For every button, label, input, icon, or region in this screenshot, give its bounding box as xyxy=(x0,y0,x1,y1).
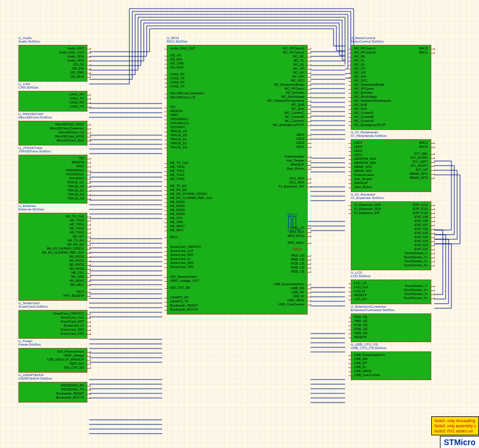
pin: LCD_DI xyxy=(352,289,391,293)
block-header: U_MCU MCU.SchDoc xyxy=(167,36,308,43)
pin: TouchScreen_Y- xyxy=(391,284,430,288)
pin: LED2 xyxy=(352,149,391,153)
pin: MII_TXD2 xyxy=(168,173,237,177)
pin: MC_WH xyxy=(237,75,306,79)
pin: USB_VBUS xyxy=(352,369,391,373)
pin: Bootloader_BOOT0 xyxy=(20,396,86,400)
pin: I2S_CMD xyxy=(20,71,86,75)
pin: SmartCard_OFF xyxy=(168,265,237,269)
pin: CAN1_TX xyxy=(20,97,86,101)
pin: TRACE_CK xyxy=(168,129,237,133)
pin: SmartCard_CLK xyxy=(20,316,86,320)
pin: MII_MDC xyxy=(20,283,86,287)
pin: RESET# xyxy=(352,293,391,297)
right-column: U_MotorControlMotorControl.SchDocMC_PFCs… xyxy=(351,36,431,382)
pin: Audio_DAC_OUT xyxy=(168,47,237,51)
pin: USB_DP xyxy=(352,361,391,365)
pin: MC_PFCsync2 xyxy=(352,51,393,55)
pin: TMS/SWDIO xyxy=(168,117,237,121)
pin: TDO/SWO xyxy=(20,177,86,181)
block-header: U_CANCAN.SchDoc xyxy=(18,82,87,89)
pin: MC_UL xyxy=(352,63,393,67)
pin: MC_UH xyxy=(237,71,306,75)
block-header: U_IO_PeripheralsIO_Peripherals.SchDoc xyxy=(351,131,431,137)
pin: MC_CurrentC xyxy=(352,111,393,115)
pin: Anti_Tamper xyxy=(237,159,306,163)
pin: BNC2 xyxy=(391,145,430,149)
pin: CAN2_TX xyxy=(20,105,86,109)
pin: MicroSDCard_CS xyxy=(168,95,237,99)
block-doc: USART&IrDA.SchDoc xyxy=(18,377,52,380)
block-header: U_IO_ExpandorIO_Expandor.SchDoc xyxy=(351,193,431,200)
pin: PE[0..15] xyxy=(237,270,306,274)
pin: EXP_IO1 xyxy=(391,247,430,251)
pin: MII_RXD3 xyxy=(20,267,86,271)
pin: IDD_CNT_EN xyxy=(20,366,86,370)
pin: SmartCard_3/5V xyxy=(168,261,237,265)
pin: Potentiometer xyxy=(352,173,391,177)
left-column: U_AudioAudio.SchDocAudio_RSTAudio_DAC_OU… xyxy=(18,36,87,405)
block-header: U_AudioAudio.SchDoc xyxy=(18,36,87,43)
pin: USB_DM xyxy=(237,286,306,290)
pin: MicroSDCard_MOSI xyxy=(20,135,86,139)
pin: LCD_CLK xyxy=(352,285,391,289)
schematic-block: USB_PowerSwitchOnUSB_DMUSB_DPUSB_IDUSB_V… xyxy=(351,351,431,380)
pin: MII_MDIO xyxy=(168,224,237,228)
pin: SmartCard_IO xyxy=(20,324,86,328)
schematic-block: RS232/IrDA_RXRS232/IrDA_TXBootloader_RES… xyxy=(18,382,87,403)
pin: WAKEUP xyxy=(237,163,306,167)
pin: LED4 xyxy=(352,141,391,145)
pin: IDD_Measurement xyxy=(20,350,86,354)
block-doc: MotorControl.SchDoc xyxy=(351,40,384,43)
pin: RS232/IrDA_TX xyxy=(20,388,86,392)
note2: Note2: only assembly o xyxy=(434,423,476,428)
pin: MEMS_SDA xyxy=(352,169,391,173)
pin: CAN1_RX xyxy=(168,72,237,76)
pin: MC_VL xyxy=(352,59,393,63)
mid-column: U_MCU MCU.SchDoc Audio_DAC_OUTI2S_CKI2S_… xyxy=(167,36,308,317)
pin: MII_TXD1 xyxy=(20,223,86,227)
block-doc: SmartCard.SchDoc xyxy=(18,305,48,308)
pin: MII_CRS xyxy=(168,220,237,224)
pin: PB[0..15] xyxy=(352,319,391,323)
pin: MII_TXD0 xyxy=(168,165,237,169)
pin: MC_EnB xyxy=(352,103,393,107)
pin: MII_TXD3 xyxy=(20,231,86,235)
pin: IO_Expandor_SDA xyxy=(352,207,391,211)
pin: MC_DissipativeBrake xyxy=(352,83,393,87)
block-header: U_PowerPower.SchDoc xyxy=(18,339,87,346)
pin: USB_VBUS xyxy=(237,298,306,303)
pin: JOY_UP xyxy=(391,168,430,172)
pin: TDI xyxy=(168,105,237,109)
pin: MC_CurrentC xyxy=(237,111,306,115)
pin: TRACE_D0 xyxy=(20,185,86,189)
pin: JOY_LEFT xyxy=(391,160,430,164)
pin: RESET# xyxy=(352,335,391,339)
schematic-block: MicroSDCard_MISOMicroSDCard_DetectionMic… xyxy=(18,121,87,145)
pin: MicroSDCard_SCK xyxy=(20,139,86,143)
block-doc: IO_Expandor.SchDoc xyxy=(351,196,384,200)
schematic-block: IO_Expandor_SCKIO_Expandor_SDAIO_Expando… xyxy=(351,201,431,270)
pin: IDD_CNT_EN xyxy=(168,286,237,290)
pin: EXP_IO11 xyxy=(391,207,430,211)
pin: EXP_IO5 xyxy=(391,231,430,235)
pin: MII_RXD3 xyxy=(168,212,237,216)
pin: MII_TXD1 xyxy=(168,169,237,173)
pin: USB_PowerSwitchOn xyxy=(237,282,306,286)
pin: JOY_RIGHT xyxy=(391,164,430,168)
pin: BNC2 xyxy=(393,47,430,51)
pin: SmartCard_OFF xyxy=(20,332,86,336)
pin: User_Button xyxy=(237,167,306,171)
note3: Note3: RX1 added on xyxy=(434,428,476,434)
pin: TRST xyxy=(168,113,237,117)
note1: Note1: only decoupling xyxy=(434,418,476,423)
pin: MC_VL xyxy=(237,59,306,63)
pin: I2C1_SCK xyxy=(237,177,306,181)
pin: TRACE_D0 xyxy=(168,133,237,137)
block-doc: USB_OTG_FS.SchDoc xyxy=(351,346,386,350)
r13-label: R13 xyxy=(288,228,294,232)
pin: TouchScreen_X- xyxy=(391,292,430,296)
pin: MII_COL xyxy=(20,271,86,275)
pin: MC_DissipativeBrake xyxy=(237,83,306,87)
pin: IO_Expandor_SCK xyxy=(352,203,391,207)
